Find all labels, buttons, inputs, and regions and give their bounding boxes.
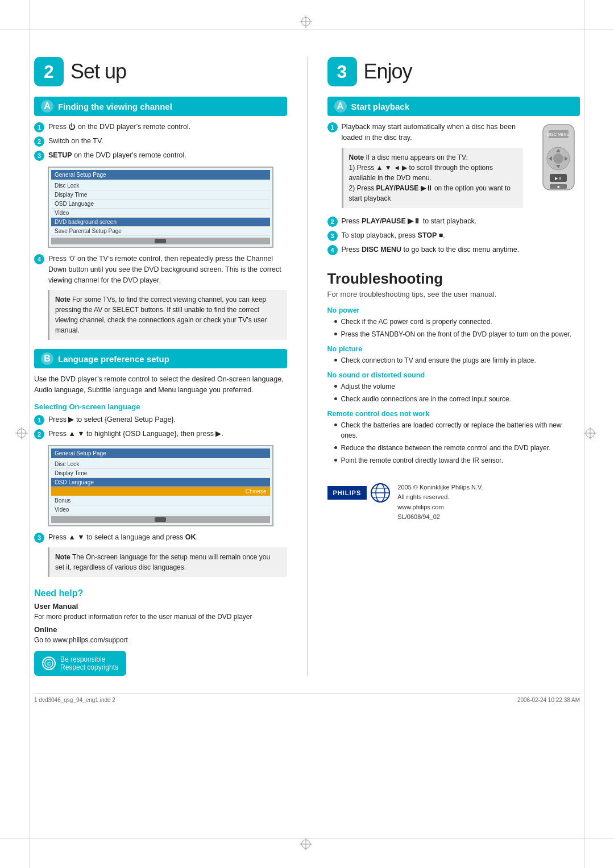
remote-illustration-area: DISC MENU ▶⏸ xyxy=(529,122,580,259)
play-step-1-text: Playback may start automatically when a … xyxy=(342,123,516,142)
screen2-row-bonus: Bonus xyxy=(51,496,270,505)
screen2-row-2: Display Time xyxy=(51,469,270,478)
play-step-1-number: 1 xyxy=(327,122,338,132)
crop-line-right xyxy=(584,0,584,868)
trouble-cat-4: Remote control does not work xyxy=(327,410,580,418)
trouble-item-1-2: Press the STANDBY-ON on the front of the… xyxy=(334,329,580,339)
play-step-3: 3 To stop playback, press STOP ■. xyxy=(327,230,524,241)
philips-company: Koninklijke Philips N.V. xyxy=(420,484,483,491)
lang-step-2-number: 2 xyxy=(34,429,44,439)
trouble-item-1-1: Check if the AC power cord is properly c… xyxy=(334,317,580,327)
play-step-1: 1 Playback may start automatically when … xyxy=(327,122,524,213)
subsection-a-header: A Finding the viewing channel xyxy=(34,97,287,116)
playback-text-area: 1 Playback may start automatically when … xyxy=(327,122,524,259)
screen2-row-chinese: Chinese xyxy=(51,487,270,496)
reg-mark-left xyxy=(17,429,28,440)
subsection-b-intro: Use the DVD player’s remote control to s… xyxy=(34,374,287,396)
online-text: Go to www.philips.com/support xyxy=(34,635,287,645)
user-manual-heading: User Manual xyxy=(34,602,287,610)
play-note-label: Note xyxy=(349,153,366,161)
subsection-a-finding: A Finding the viewing channel 1 Press ⏻ … xyxy=(34,97,287,340)
philips-logo: PHILIPS xyxy=(327,486,367,500)
philips-footer: PHILIPS 2005 © Koninklijke Philips N.V. … xyxy=(327,483,580,522)
trouble-cat-3: No sound or distorted sound xyxy=(327,371,580,379)
philips-info-text: 2005 © Koninklijke Philips N.V. All righ… xyxy=(397,483,483,522)
trouble-item-3-2: Check audio connections are in the corre… xyxy=(334,394,580,404)
trouble-item-4-1: Check the batteries are loaded correctly… xyxy=(334,420,580,441)
subsection-b-title: Language preference setup xyxy=(58,354,169,364)
bullet-dot xyxy=(334,385,337,388)
troubleshooting-subtitle: For more troubleshooting tips, see the u… xyxy=(327,290,580,298)
play-step-2-text: Press PLAY/PAUSE ▶⏸ to start playback. xyxy=(342,216,524,227)
section-2-number: 2 xyxy=(34,57,64,86)
trouble-item-3-1: Adjust the volume xyxy=(334,381,580,392)
lang-step-1-number: 1 xyxy=(34,415,44,425)
play-step-2-number: 2 xyxy=(327,217,338,227)
trouble-no-picture: No picture Check connection to TV and en… xyxy=(327,345,580,366)
subsection-b-letter: B xyxy=(41,352,53,365)
bullet-dot xyxy=(334,333,337,335)
bottom-file-info: 1 dvd3046_qsg_94_eng1.indd 2 xyxy=(34,697,115,703)
svg-text:▶⏸: ▶⏸ xyxy=(555,176,562,180)
trouble-item-4-3-text: Point the remote control directly toward… xyxy=(341,455,503,466)
play-note-text: If a disc menu appears on the TV: xyxy=(366,153,468,161)
section-3-number: 3 xyxy=(327,57,357,86)
troubleshooting-title: Troubleshooting xyxy=(327,270,580,288)
responsible-badge: © Be responsible Respect copyrights xyxy=(34,651,126,676)
subsection-a-playback-header: A Start playback xyxy=(327,97,580,116)
note-box-2: Note The On-screen language for the setu… xyxy=(48,547,287,577)
screen-header-1: General Setup Page xyxy=(51,170,270,180)
trouble-cat-3-list: Adjust the volume Check audio connection… xyxy=(334,381,580,404)
section-2-title: Set up xyxy=(70,60,126,84)
lang-step-3-text: Press ▲ ▼ to select a language and press… xyxy=(48,532,287,543)
step-1-power: 1 Press ⏻ on the DVD player’s remote con… xyxy=(34,122,287,132)
trouble-item-4-2: Reduce the distance between the remote c… xyxy=(334,443,580,453)
screen-row-5-highlighted: DVD background screen xyxy=(51,218,270,227)
need-help-title: Need help? xyxy=(34,588,287,599)
play-note-sub-2: 2) Press PLAY/PAUSE ▶⏸ on the option you… xyxy=(349,184,511,202)
trouble-item-2-1: Check connection to TV and ensure the pl… xyxy=(334,355,580,366)
subsection-a-playback-title: Start playback xyxy=(351,102,410,111)
step-2-text: Switch on the TV. xyxy=(48,136,287,147)
screen-mockup-1: General Setup Page Disc Lock Display Tim… xyxy=(48,167,273,248)
playback-content: 1 Playback may start automatically when … xyxy=(327,122,580,259)
bullet-dot xyxy=(334,359,337,362)
screen-mockup-2: General Setup Page Disc Lock Display Tim… xyxy=(48,445,273,526)
svg-text:■: ■ xyxy=(557,185,559,189)
troubleshooting-section: Troubleshooting For more troubleshooting… xyxy=(327,270,580,466)
bullet-dot xyxy=(334,397,337,400)
screen-header-2: General Setup Page xyxy=(51,448,270,458)
step-3-setup: 3 SETUP on the DVD player's remote contr… xyxy=(34,150,287,161)
screen-row-6: Save Parental Setup Page xyxy=(51,227,270,236)
lang-step-3-number: 3 xyxy=(34,533,44,543)
bottom-bar: 1 dvd3046_qsg_94_eng1.indd 2 2006-02-24 … xyxy=(34,693,580,703)
step-2-number: 2 xyxy=(34,136,44,147)
trouble-item-1-1-text: Check if the AC power cord is properly c… xyxy=(341,317,492,327)
section-3-enjoy: 3 Enjoy A Start playback 1 Playback may … xyxy=(327,57,580,676)
screen-ok-btn xyxy=(155,239,166,243)
bullet-dot xyxy=(334,320,337,323)
philips-year: 2005 xyxy=(397,484,411,491)
screen2-ok-btn xyxy=(155,517,166,522)
note-box-1: Note For some TVs, to find the correct v… xyxy=(48,290,287,340)
philips-copyright-symbol: © xyxy=(413,484,420,491)
play-note-box: Note If a disc menu appears on the TV: 1… xyxy=(342,148,524,208)
need-help-section: Need help? User Manual For more product … xyxy=(34,588,287,676)
trouble-cat-1: No power xyxy=(327,306,580,314)
trouble-cat-1-list: Check if the AC power cord is properly c… xyxy=(334,317,580,339)
trouble-item-4-2-text: Reduce the distance between the remote c… xyxy=(341,443,551,453)
user-manual-text: For more product information refer to th… xyxy=(34,612,287,622)
svg-text:©: © xyxy=(47,661,51,667)
svg-point-6 xyxy=(553,153,563,164)
trouble-item-4-1-text: Check the batteries are loaded correctly… xyxy=(341,420,580,441)
screen2-row-video: Video xyxy=(51,505,270,514)
remote-svg: DISC MENU ▶⏸ xyxy=(529,122,580,196)
responsible-line1: Be responsible xyxy=(60,655,118,663)
screen-row-2: Display Time xyxy=(51,190,270,200)
note-text-2: The On-screen language for the setup men… xyxy=(55,553,270,571)
online-heading: Online xyxy=(34,625,287,634)
subsection-a-title: Finding the viewing channel xyxy=(58,102,172,111)
bullet-dot xyxy=(334,459,337,462)
step-4-channel: 4 Press ‘0’ on the TV’s remote control, … xyxy=(34,254,287,285)
reg-mark-top xyxy=(301,17,313,28)
